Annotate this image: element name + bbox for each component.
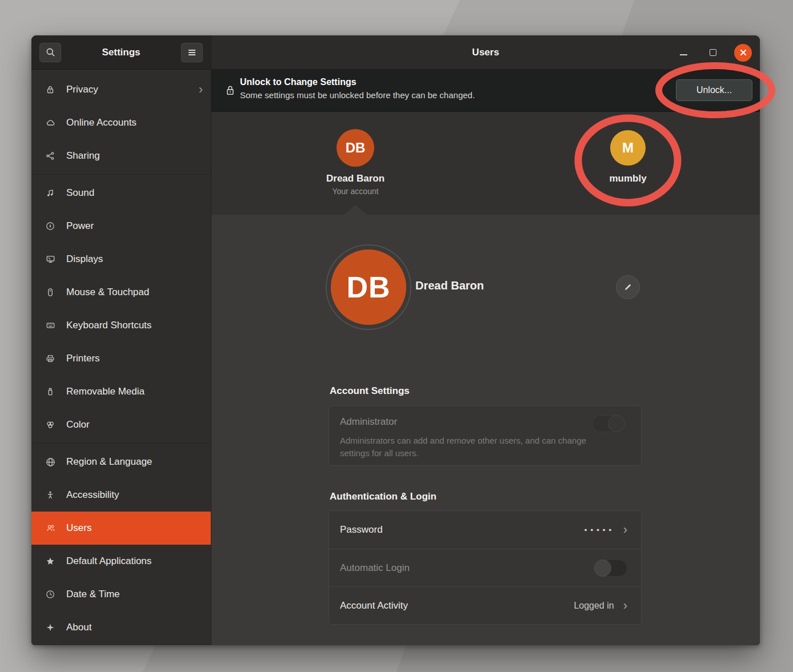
users-icon xyxy=(45,524,56,533)
sidebar-item-printers[interactable]: Printers xyxy=(31,342,211,375)
user-subtitle: Your account xyxy=(310,187,401,196)
edit-name-button[interactable] xyxy=(616,275,640,299)
password-label: Password xyxy=(340,524,383,536)
password-masked-value: ••••• xyxy=(583,526,614,534)
sidebar-item-displays[interactable]: Displays xyxy=(31,243,211,276)
sidebar-item-label: Privacy xyxy=(66,84,199,95)
profile-avatar: DB xyxy=(331,250,406,325)
sidebar-item-sound[interactable]: Sound xyxy=(31,176,211,210)
cloud-icon xyxy=(45,118,56,127)
maximize-icon xyxy=(710,49,716,56)
sidebar-item-label: Sharing xyxy=(66,150,203,162)
sidebar-header: Settings xyxy=(31,35,211,70)
chevron-right-icon: › xyxy=(623,524,627,536)
sparkle-icon xyxy=(45,623,56,632)
sidebar-item-power[interactable]: Power xyxy=(31,210,211,243)
padlock-icon xyxy=(225,84,235,96)
account-activity-label: Account Activity xyxy=(340,600,408,611)
account-settings-card: Administrator Administrators can add and… xyxy=(329,405,642,466)
toggle-knob xyxy=(594,560,611,577)
share-icon xyxy=(45,151,56,160)
window-controls xyxy=(675,35,752,70)
sidebar-item-date-time[interactable]: Date & Time xyxy=(31,578,211,611)
sidebar-item-label: Accessibility xyxy=(66,489,203,501)
star-icon xyxy=(45,557,56,566)
sidebar-item-online-accounts[interactable]: Online Accounts xyxy=(31,106,211,139)
power-icon xyxy=(45,222,56,231)
sidebar-item-label: Region & Language xyxy=(66,456,203,468)
password-row[interactable]: Password ••••• › xyxy=(329,511,641,549)
sidebar-list: Privacy › Online Accounts Sharing xyxy=(31,70,211,644)
unlock-button[interactable]: Unlock... xyxy=(676,79,752,101)
sidebar-item-label: Printers xyxy=(66,353,203,364)
avatar: M xyxy=(610,130,646,166)
minimize-button[interactable] xyxy=(675,44,692,61)
selected-user-pointer xyxy=(344,205,367,215)
sidebar-item-default-applications[interactable]: Default Applications xyxy=(31,545,211,578)
menu-button[interactable] xyxy=(181,43,203,62)
avatar-initials: DB xyxy=(346,270,390,304)
sidebar-item-about[interactable]: About xyxy=(31,611,211,644)
sidebar-item-removable-media[interactable]: Removable Media xyxy=(31,375,211,408)
close-button[interactable] xyxy=(734,44,752,62)
administrator-label: Administrator xyxy=(340,416,627,428)
profile-avatar-ring: DB xyxy=(326,244,411,330)
sidebar-item-label: Removable Media xyxy=(66,386,203,397)
administrator-description: Administrators can add and remove other … xyxy=(340,434,591,460)
automatic-login-toggle xyxy=(594,560,627,577)
profile-name: Dread Baron xyxy=(415,279,484,292)
accessibility-person-icon xyxy=(45,490,56,500)
sidebar-item-label: Online Accounts xyxy=(66,117,203,128)
unlock-title: Unlock to Change Settings xyxy=(240,77,475,87)
close-icon xyxy=(739,49,747,57)
minimize-icon xyxy=(680,54,687,55)
unlock-subtitle: Some settings must be unlocked before th… xyxy=(240,90,475,100)
user-carousel: DB Dread Baron Your account M mumbly xyxy=(211,112,760,215)
sidebar-item-label: Default Applications xyxy=(66,556,203,567)
automatic-login-label: Automatic Login xyxy=(340,562,410,574)
sidebar-item-sharing[interactable]: Sharing xyxy=(31,139,211,172)
clock-icon xyxy=(45,590,56,599)
chevron-right-icon: › xyxy=(623,599,627,612)
authentication-heading: Authentication & Login xyxy=(330,491,436,502)
color-circles-icon xyxy=(45,420,56,429)
keyboard-icon xyxy=(45,321,56,330)
lock-icon xyxy=(45,85,56,94)
mouse-icon xyxy=(45,288,56,297)
user-card-mumbly[interactable]: M mumbly xyxy=(582,130,674,184)
maximize-button[interactable] xyxy=(704,44,722,61)
sidebar-separator xyxy=(31,174,211,175)
globe-icon xyxy=(45,457,56,467)
sidebar-item-label: Color xyxy=(66,419,203,430)
hamburger-icon xyxy=(187,49,197,57)
sidebar-item-region-language[interactable]: Region & Language xyxy=(31,445,211,478)
avatar-initials: DB xyxy=(346,140,366,156)
sidebar-item-label: Users xyxy=(66,522,203,534)
sidebar-item-keyboard-shortcuts[interactable]: Keyboard Shortcuts xyxy=(31,309,211,342)
user-name: Dread Baron xyxy=(310,173,401,184)
sidebar-title: Settings xyxy=(102,47,140,58)
authentication-card: Password ••••• › Automatic Login Account… xyxy=(329,510,642,625)
search-button[interactable] xyxy=(39,43,61,62)
account-settings-heading: Account Settings xyxy=(330,385,410,397)
account-activity-value: Logged in xyxy=(574,601,614,611)
main-pane: Users Unlock to Change Settings Some set… xyxy=(211,35,760,645)
sidebar-separator xyxy=(31,443,211,444)
user-card-dread-baron[interactable]: DB Dread Baron Your account xyxy=(310,129,401,196)
printer-icon xyxy=(45,354,56,363)
administrator-toggle xyxy=(592,415,625,432)
sidebar-item-label: Date & Time xyxy=(66,589,203,600)
sidebar-item-mouse-touchpad[interactable]: Mouse & Touchpad xyxy=(31,276,211,309)
chevron-right-icon: › xyxy=(199,83,203,96)
sidebar-item-users[interactable]: Users xyxy=(31,512,211,545)
sidebar-item-privacy[interactable]: Privacy › xyxy=(31,73,211,106)
sidebar-item-label: Keyboard Shortcuts xyxy=(66,320,203,331)
sidebar-item-color[interactable]: Color xyxy=(31,408,211,441)
account-activity-row[interactable]: Account Activity Logged in › xyxy=(329,586,641,624)
avatar: DB xyxy=(337,129,374,167)
display-icon xyxy=(45,255,56,264)
sidebar-item-accessibility[interactable]: Accessibility xyxy=(31,478,211,512)
sidebar-item-label: About xyxy=(66,622,203,633)
user-name: mumbly xyxy=(582,173,674,184)
pencil-icon xyxy=(623,283,632,292)
